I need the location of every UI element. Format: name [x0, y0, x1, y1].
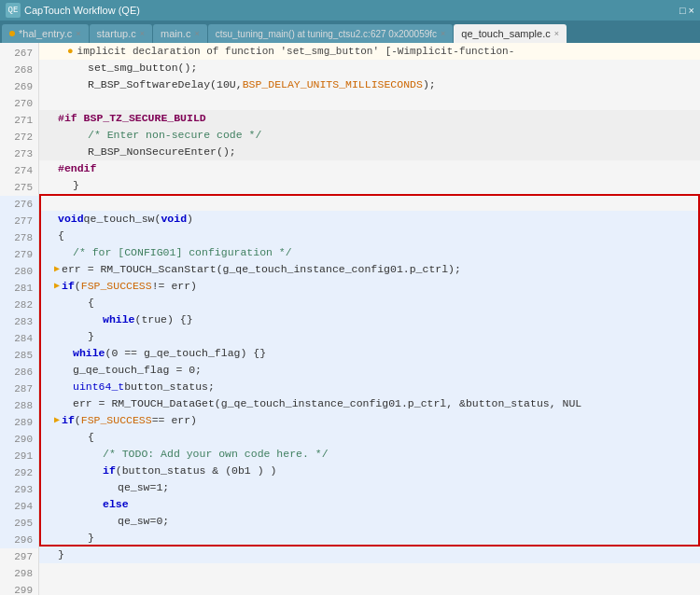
editor-area: 267 268 269 270 271 272 273 274 275 276 … — [0, 43, 700, 595]
tab-startup[interactable]: startup.c × — [90, 24, 152, 43]
tab-main[interactable]: main.c × — [153, 24, 207, 43]
code-line-287: err = RM_TOUCH_DataGet(g_qe_touch_instan… — [39, 395, 700, 412]
code-line-272: R_BSP_NonSecureEnter(); — [39, 144, 700, 160]
warning-banner: ● implicit declaration of function 'set_… — [39, 43, 700, 60]
code-line-280: ▶ if (FSP_SUCCESS != err) — [39, 278, 700, 295]
code-line-268: R_BSP_SoftwareDelay(10U, BSP_DELAY_UNITS… — [39, 76, 700, 93]
code-line-295: } — [39, 530, 700, 547]
tab-ctsu[interactable]: ctsu_tuning_main() at tuning_ctsu2.c:627… — [208, 24, 454, 43]
code-line-294: qe_sw=0; — [39, 513, 700, 530]
tab-qe-touch[interactable]: qe_touch_sample.c × — [454, 24, 567, 43]
code-line-291: if(button_status & (0b1 ) ) — [39, 463, 700, 479]
code-line-269 — [39, 93, 700, 110]
code-line-289: { — [39, 429, 700, 446]
code-line-279: ▶ err = RM_TOUCH_ScanStart(g_qe_touch_in… — [39, 261, 700, 278]
code-line-296: } — [39, 547, 700, 563]
tab-hal-entry[interactable]: *hal_entry.c × — [2, 24, 89, 43]
code-line-283: } — [39, 328, 700, 345]
warning-text: implicit declaration of function 'set_sm… — [77, 43, 515, 60]
code-line-297 — [39, 563, 700, 580]
code-line-277: { — [39, 228, 700, 244]
code-line-273: #endif — [39, 160, 700, 177]
code-line-298 — [39, 580, 700, 595]
code-line-275 — [39, 194, 700, 211]
code-content[interactable]: ● implicit declaration of function 'set_… — [39, 43, 700, 595]
code-line-292: qe_sw=1; — [39, 479, 700, 496]
code-line-288: ▶ if (FSP_SUCCESS == err) — [39, 412, 700, 429]
code-line-278: /* for [CONFIG01] configuration */ — [39, 244, 700, 261]
code-line-293: else — [39, 496, 700, 513]
title-bar: QE CapTouch Workflow (QE) □ × — [0, 0, 700, 21]
code-line-286: uint64_t button_status; — [39, 379, 700, 395]
app-icon: QE — [6, 3, 21, 18]
code-line-284: while (0 == g_qe_touch_flag) {} — [39, 345, 700, 362]
code-line-267: set_smg_button(); — [39, 60, 700, 76]
code-line-282: while (true) {} — [39, 311, 700, 328]
code-line-285: g_qe_touch_flag = 0; — [39, 362, 700, 379]
code-line-290: /* TODO: Add your own code here. */ — [39, 446, 700, 463]
code-line-281: { — [39, 295, 700, 311]
app-title: CapTouch Workflow (QE) — [24, 5, 140, 16]
line-number-gutter: 267 268 269 270 271 272 273 274 275 276 … — [0, 43, 39, 595]
code-line-274: } — [39, 177, 700, 194]
window-controls: □ × — [679, 5, 694, 16]
code-line-270: #if BSP_TZ_SECURE_BUILD — [39, 110, 700, 127]
code-line-271: /* Enter non-secure code */ — [39, 127, 700, 144]
tab-bar: *hal_entry.c × startup.c × main.c × ctsu… — [0, 21, 700, 43]
code-line-276: void qe_touch_sw(void) — [39, 211, 700, 228]
